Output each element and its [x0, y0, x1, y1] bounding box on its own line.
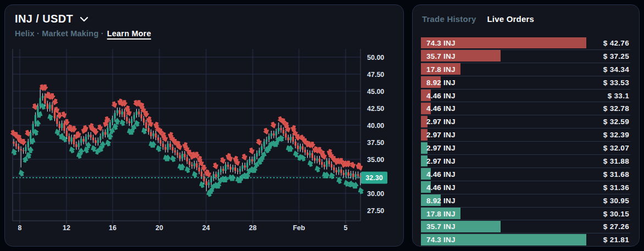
learn-more-link[interactable]: Learn More: [107, 29, 151, 38]
candle-body: [244, 165, 246, 168]
candle-body: [152, 133, 154, 136]
candle-body: [56, 119, 58, 124]
order-price: $ 31.88: [603, 157, 630, 165]
order-row[interactable]: 2.97 INJ$ 31.88: [421, 155, 630, 168]
order-row[interactable]: 17.8 INJ$ 30.15: [421, 208, 630, 221]
buy-marker-icon: [28, 147, 32, 153]
candle-body: [251, 159, 253, 161]
order-price: $ 33.1: [608, 92, 630, 100]
order-row[interactable]: 35.7 INJ$ 37.25: [421, 50, 630, 63]
buy-marker-icon: [69, 147, 75, 153]
candle-body: [347, 172, 349, 176]
tab-live-orders[interactable]: Live Orders: [487, 14, 534, 24]
candle-body: [230, 167, 231, 170]
candle-body: [49, 105, 51, 109]
order-row[interactable]: 2.97 INJ$ 32.59: [421, 115, 630, 129]
candle-body: [249, 159, 251, 163]
order-price: $ 27.26: [603, 222, 630, 231]
candle-body: [129, 121, 130, 124]
candle-body: [218, 172, 219, 177]
buy-marker-icon: [336, 177, 342, 184]
candle-body: [73, 137, 75, 144]
order-row-content: 8.92 INJ$ 33.53: [421, 76, 630, 89]
candle-body: [63, 123, 65, 131]
candle-body: [297, 146, 298, 149]
candle-body: [82, 139, 84, 142]
order-row-content: 35.7 INJ$ 37.25: [421, 50, 630, 63]
candle-body: [277, 128, 279, 131]
candle-body: [299, 146, 301, 149]
order-row[interactable]: 17.8 INJ$ 34.34: [421, 63, 630, 76]
candle-body: [242, 165, 243, 169]
y-axis-label: 42.50: [367, 105, 384, 113]
order-row[interactable]: 4.46 INJ$ 31.68: [421, 168, 630, 181]
y-axis-label: 35.00: [367, 156, 384, 164]
candle-body: [273, 133, 275, 136]
order-row-content: 4.46 INJ$ 32.78: [421, 102, 630, 115]
order-price: $ 32.78: [603, 104, 630, 113]
candle-body: [145, 122, 147, 128]
candle-body: [270, 133, 272, 136]
order-row[interactable]: 74.3 INJ$ 21.81: [421, 233, 630, 247]
order-amount: 2.97 INJ: [421, 131, 456, 139]
order-price: $ 21.81: [603, 236, 630, 244]
order-amount: 74.3 INJ: [421, 236, 456, 244]
tab-trade-history[interactable]: Trade History: [422, 14, 476, 24]
order-row[interactable]: 4.46 INJ$ 32.78: [421, 102, 630, 115]
candle-body: [316, 159, 318, 161]
candle-body: [157, 137, 159, 140]
candle-body: [295, 142, 296, 146]
candle-body: [44, 96, 46, 104]
market-selector[interactable]: INJ / USDT: [15, 13, 90, 25]
candle-body: [198, 168, 200, 171]
candle-body: [136, 111, 137, 115]
candle-body: [326, 160, 327, 166]
sell-marker-icon: [97, 125, 103, 131]
order-row[interactable]: 2.97 INJ$ 32.07: [421, 142, 630, 155]
candle-body: [15, 143, 17, 146]
y-axis-label: 27.50: [367, 207, 384, 215]
sell-marker-icon: [213, 163, 219, 169]
chevron-down-icon[interactable]: [79, 15, 90, 23]
candle-body: [155, 133, 157, 137]
order-row[interactable]: 74.3 INJ$ 42.76: [421, 37, 630, 50]
sell-marker-icon: [270, 122, 276, 129]
order-row[interactable]: 2.97 INJ$ 32.39: [421, 129, 630, 142]
candle-body: [312, 153, 313, 158]
candle-body: [256, 153, 258, 157]
candle-body: [66, 131, 68, 136]
order-row-content: 4.46 INJ$ 33.1: [421, 90, 630, 102]
order-row[interactable]: 8.92 INJ$ 30.95: [421, 194, 630, 208]
candlestick-chart[interactable]: 50.0047.5045.0042.5040.0037.5035.0032.50…: [10, 48, 396, 235]
sell-marker-icon: [227, 155, 233, 162]
candle-body: [150, 132, 152, 136]
candle-body: [40, 98, 41, 106]
sell-marker-icon: [52, 99, 58, 105]
order-row[interactable]: 8.92 INJ$ 33.53: [421, 76, 630, 90]
buy-marker-icon: [86, 142, 91, 148]
order-row[interactable]: 4.46 INJ$ 33.1: [421, 90, 630, 103]
sell-marker-icon: [357, 164, 363, 171]
candle-body: [258, 150, 260, 153]
candle-body: [302, 146, 303, 149]
candle-body: [355, 174, 357, 177]
candle-body: [121, 111, 123, 114]
candle-body: [174, 150, 176, 153]
y-axis-label: 45.00: [367, 88, 384, 96]
candle-body: [164, 147, 166, 150]
candle-body: [357, 174, 359, 175]
candle-body: [92, 137, 94, 140]
order-amount: 17.8 INJ: [421, 210, 456, 218]
order-row[interactable]: 4.46 INJ$ 31.36: [421, 181, 630, 194]
candle-body: [104, 132, 106, 135]
order-row[interactable]: 35.7 INJ$ 27.26: [421, 220, 630, 233]
candle-body: [59, 124, 60, 128]
candle-body: [61, 123, 63, 128]
candle-body: [343, 173, 345, 175]
order-row-content: 2.97 INJ$ 32.39: [421, 129, 630, 141]
x-axis-label: Feb: [293, 224, 306, 232]
order-price: $ 30.95: [603, 197, 630, 205]
x-axis-label: 24: [202, 224, 210, 232]
candle-body: [265, 140, 267, 142]
candle-body: [25, 147, 26, 151]
